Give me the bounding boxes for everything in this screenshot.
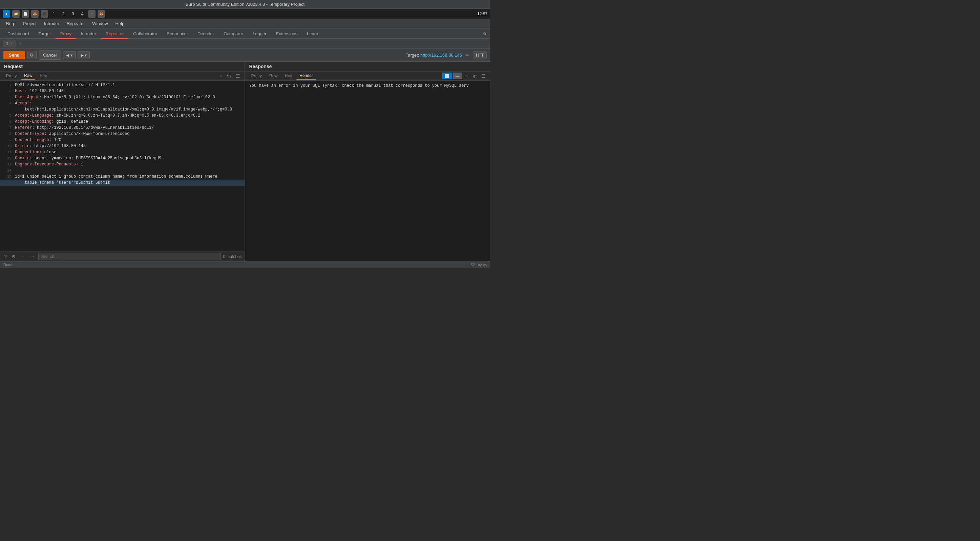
response-format-tools: ⬜ — ≡ \n ☰ xyxy=(442,73,487,79)
response-content: You have an error in your SQL syntax; ch… xyxy=(245,81,490,261)
request-search-bar: ? ⚙ ← → 0 matches xyxy=(0,252,245,261)
menu-project[interactable]: Project xyxy=(19,20,40,27)
request-line-5: 5 Accept-Language: zh-CN,zh;q=0.8,zh-TW;… xyxy=(0,113,245,119)
desktop-2[interactable]: 2 xyxy=(60,10,67,18)
taskbar: ◆ 📁 📄 🦊 ⬛ 1 2 3 4 ⚡ 🦊 12:57 xyxy=(0,9,490,19)
more-options-button[interactable]: ☰ xyxy=(234,73,242,79)
request-tab-pretty[interactable]: Pretty xyxy=(3,73,20,79)
byte-count: 521 bytes xyxy=(471,263,487,267)
repeater-tab-1-label: 1 xyxy=(6,41,8,46)
next-button[interactable]: ▶ ▾ xyxy=(78,51,90,59)
request-line-2: 2 Host: 192.168.80.145 xyxy=(0,88,245,94)
desktop-3[interactable]: 3 xyxy=(69,10,76,18)
request-line-10: 10 Origin: http://192.168.80.145 xyxy=(0,143,245,149)
tab-intruder[interactable]: Intruder xyxy=(76,29,101,39)
send-button[interactable]: Send xyxy=(3,51,25,59)
request-panel: Request Pretty Raw Hex ≡ \n ☰ 1 POST /dv… xyxy=(0,62,245,261)
title-bar: Burp Suite Community Edition v2023.4.3 -… xyxy=(0,0,490,9)
nav-tabs: Dashboard Target Proxy Intruder Repeater… xyxy=(0,29,490,39)
response-tab-raw[interactable]: Raw xyxy=(266,73,281,79)
menu-intruder[interactable]: Intruder xyxy=(41,20,63,27)
prev-match-button[interactable]: ← xyxy=(19,253,27,260)
gear-button[interactable]: ⚙ xyxy=(27,51,37,59)
http-version-button[interactable]: HTT xyxy=(473,51,487,59)
request-line-1: 1 POST /dvwa/vulnerabilities/sqli/ HTTP/… xyxy=(0,82,245,88)
search-input[interactable] xyxy=(38,253,221,260)
request-line-6: 6 Accept-Encoding: gzip, deflate xyxy=(0,119,245,125)
word-wrap-button[interactable]: ≡ xyxy=(218,73,224,79)
request-line-9: 9 Content-Length: 120 xyxy=(0,137,245,143)
firefox2-icon[interactable]: 🦊 xyxy=(97,10,105,18)
request-line-8: 8 Content-Type: application/x-www-form-u… xyxy=(0,131,245,137)
app-title: Burp Suite Community Edition v2023.4.3 -… xyxy=(186,2,304,7)
request-tab-raw[interactable]: Raw xyxy=(21,72,35,80)
tab-decoder[interactable]: Decoder xyxy=(193,29,219,39)
add-repeater-tab[interactable]: + xyxy=(16,39,25,48)
response-tab-render[interactable]: Render xyxy=(296,72,316,80)
request-line-14: 14 xyxy=(0,168,245,174)
settings-icon-button[interactable]: ⚙ xyxy=(10,253,17,260)
doc-icon[interactable]: 📄 xyxy=(22,10,29,18)
tab-logger[interactable]: Logger xyxy=(248,29,271,39)
bolt-icon[interactable]: ⚡ xyxy=(88,10,95,18)
target-url: http://192.168.80.145 xyxy=(420,53,462,57)
request-line-15: 15 id=1 union select 1,group_concat(colu… xyxy=(0,174,245,180)
full-view-button[interactable]: — xyxy=(453,73,462,79)
request-line-4: 4 Accept: xyxy=(0,101,245,107)
menu-help[interactable]: Help xyxy=(112,20,128,27)
prev-button[interactable]: ◀ ▾ xyxy=(63,51,75,59)
menubar: Burp Project Intruder Repeater Window He… xyxy=(0,19,490,29)
menu-burp[interactable]: Burp xyxy=(3,20,19,27)
cancel-button[interactable]: Cancel xyxy=(39,51,61,60)
tab-extensions[interactable]: Extensions xyxy=(271,29,302,39)
repeater-tab-1[interactable]: 1 × xyxy=(3,40,16,48)
response-title: Response xyxy=(245,62,490,72)
clock: 12:57 xyxy=(477,11,487,16)
response-newline-button[interactable]: \n xyxy=(471,73,478,79)
desktop-4[interactable]: 4 xyxy=(79,10,86,18)
tab-collaborator[interactable]: Collaborator xyxy=(128,29,162,39)
tab-learn[interactable]: Learn xyxy=(302,29,323,39)
request-tab-hex[interactable]: Hex xyxy=(36,73,50,79)
terminal-icon[interactable]: ⬛ xyxy=(41,10,48,18)
response-more-button[interactable]: ☰ xyxy=(480,73,487,79)
help-icon-button[interactable]: ? xyxy=(3,253,8,260)
firefox-icon[interactable]: 🦊 xyxy=(31,10,39,18)
request-format-tools: ≡ \n ☰ xyxy=(218,73,242,79)
response-wrap-button[interactable]: ≡ xyxy=(463,73,469,79)
response-panel: Response Pretty Raw Hex Render ⬜ — ≡ \n … xyxy=(245,62,490,261)
request-line-12: 12 Cookie: security=medium; PHPSESSID=14… xyxy=(0,155,245,161)
response-format-tabs: Pretty Raw Hex Render ⬜ — ≡ \n ☰ xyxy=(245,72,490,81)
desktop-1[interactable]: 1 xyxy=(50,10,57,18)
tab-repeater[interactable]: Repeater xyxy=(101,29,128,39)
edit-target-button[interactable]: ✏ xyxy=(464,52,471,59)
view-toggle: ⬜ — xyxy=(442,73,462,79)
request-line-4cont: text/html,application/xhtml+xml,applicat… xyxy=(0,107,245,113)
request-line-11: 11 Connection: close xyxy=(0,149,245,155)
request-line-3: 3 User-Agent: Mozilla/5.0 (X11; Linux x8… xyxy=(0,94,245,101)
files-icon[interactable]: 📁 xyxy=(12,10,20,18)
toolbar: Send ⚙ Cancel ◀ ▾ ▶ ▾ Target: http://192… xyxy=(0,49,490,62)
tab-sequencer[interactable]: Sequencer xyxy=(162,29,193,39)
newline-button[interactable]: \n xyxy=(225,73,233,79)
request-title: Request xyxy=(0,62,245,72)
settings-icon[interactable]: ⚙ xyxy=(482,29,487,38)
menu-window[interactable]: Window xyxy=(89,20,111,27)
response-tab-hex[interactable]: Hex xyxy=(282,73,295,79)
tab-target[interactable]: Target xyxy=(34,29,56,39)
repeater-tab-1-close[interactable]: × xyxy=(11,42,13,45)
tab-dashboard[interactable]: Dashboard xyxy=(3,29,34,39)
burp-icon[interactable]: ◆ xyxy=(3,10,10,18)
request-format-tabs: Pretty Raw Hex ≡ \n ☰ xyxy=(0,72,245,81)
repeater-tabs: 1 × + xyxy=(0,39,490,49)
next-match-button[interactable]: → xyxy=(29,253,36,260)
tab-proxy[interactable]: Proxy xyxy=(56,29,76,39)
main-content: Request Pretty Raw Hex ≡ \n ☰ 1 POST /dv… xyxy=(0,62,490,261)
status-done: Done xyxy=(3,263,12,267)
request-code-area[interactable]: 1 POST /dvwa/vulnerabilities/sqli/ HTTP/… xyxy=(0,81,245,252)
menu-repeater[interactable]: Repeater xyxy=(64,20,88,27)
split-view-button[interactable]: ⬜ xyxy=(442,73,452,79)
match-count: 0 matches xyxy=(223,254,242,259)
tab-comparer[interactable]: Comparer xyxy=(219,29,248,39)
response-tab-pretty[interactable]: Pretty xyxy=(248,73,265,79)
